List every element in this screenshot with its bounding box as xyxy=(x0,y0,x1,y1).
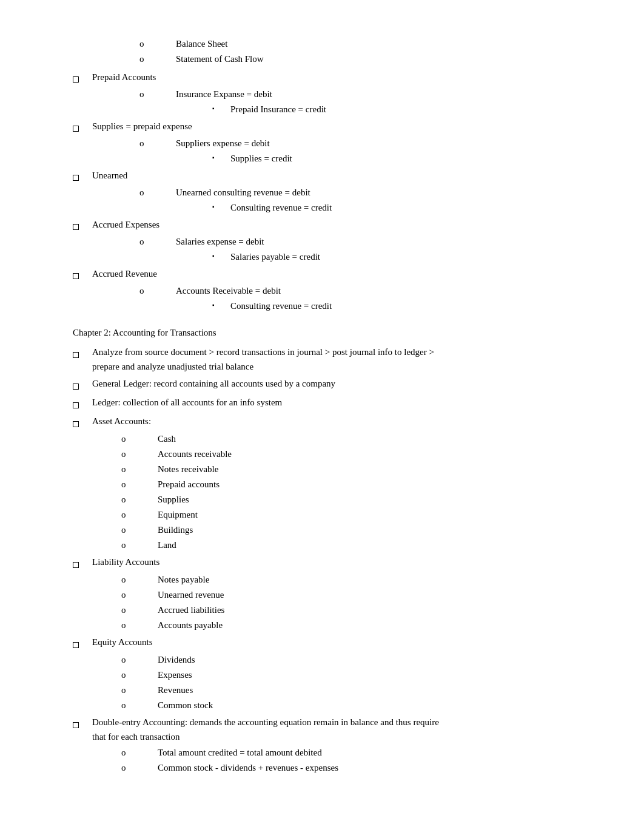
prepaid-accounts-label: Prepaid Accounts xyxy=(92,70,156,84)
asset-accounts-receivable: o Accounts receivable xyxy=(121,447,595,461)
asset-equipment: o Equipment xyxy=(121,507,595,522)
double-entry-text: Double-entry Accounting: demands the acc… xyxy=(92,715,439,744)
asset-accounts-list: o Cash o Accounts receivable o Notes rec… xyxy=(73,431,595,552)
asset-land: o Land xyxy=(121,538,595,552)
liability-accrued: o Accrued liabilities xyxy=(121,603,595,617)
accrued-revenue-label: Accrued Revenue xyxy=(92,266,157,281)
l1-bullet-accrued-rev xyxy=(73,266,92,282)
unearned-consulting-label: Unearned consulting revenue = debit xyxy=(176,185,310,200)
supplies-group: Supplies = prepaid expense o Suppliers e… xyxy=(73,119,595,166)
square-bullet: ▪ xyxy=(212,299,230,310)
salaries-expense-item: o Salaries expense = debit xyxy=(139,234,595,249)
l1-bullet-prepaid xyxy=(73,70,92,86)
liability-accounts-label: Liability Accounts xyxy=(92,555,159,569)
unearned-consulting-item: o Unearned consulting revenue = debit xyxy=(139,185,595,200)
equity-common-stock: o Common stock xyxy=(121,698,595,712)
supplies-credit-label: Supplies = credit xyxy=(230,151,292,166)
l1-bullet-asset xyxy=(73,414,92,430)
general-ledger-text: General Ledger: record containing all ac… xyxy=(92,376,335,391)
prepaid-insurance-item: ▪ Prepaid Insurance = credit xyxy=(212,102,595,117)
supplies-credit-item: ▪ Supplies = credit xyxy=(212,151,595,166)
asset-supplies: o Supplies xyxy=(121,492,595,507)
l1-bullet-accrued-exp xyxy=(73,217,92,233)
asset-notes-receivable: o Notes receivable xyxy=(121,462,595,476)
salaries-payable-label: Salaries payable = credit xyxy=(230,249,320,264)
asset-accounts-group: Asset Accounts: o Cash o Accounts receiv… xyxy=(73,414,595,552)
equity-revenues: o Revenues xyxy=(121,683,595,697)
equity-expenses: o Expenses xyxy=(121,668,595,682)
liability-unearned-revenue: o Unearned revenue xyxy=(121,587,595,602)
l1-bullet-general-ledger xyxy=(73,376,92,393)
double-entry-group: Double-entry Accounting: demands the acc… xyxy=(73,715,595,775)
double-entry-common-stock: o Common stock - dividends + revenues - … xyxy=(121,760,595,775)
consulting-revenue-credit-label: Consulting revenue = credit xyxy=(230,200,332,215)
circle-bullet: o xyxy=(139,185,176,200)
l1-bullet-double-entry xyxy=(73,715,92,731)
equity-accounts-label: Equity Accounts xyxy=(92,635,153,649)
salaries-expense-label: Salaries expense = debit xyxy=(176,234,264,249)
l1-bullet-unearned xyxy=(73,168,92,184)
accounts-receivable-item: o Accounts Receivable = debit xyxy=(139,283,595,298)
statement-cash-flow-label: Statement of Cash Flow xyxy=(176,52,264,66)
balance-sheet-label: Balance Sheet xyxy=(176,36,227,51)
suppliers-expense-item: o Suppliers expense = debit xyxy=(139,136,595,150)
l1-bullet-equity xyxy=(73,635,92,651)
consulting-revenue-credit2-item: ▪ Consulting revenue = credit xyxy=(212,299,595,313)
l1-bullet-liability xyxy=(73,555,92,571)
liability-accounts-payable: o Accounts payable xyxy=(121,618,595,632)
l1-bullet-ledger xyxy=(73,395,92,411)
equity-accounts-list: o Dividends o Expenses o Revenues o Comm… xyxy=(73,652,595,712)
equity-accounts-group: Equity Accounts o Dividends o Expenses o… xyxy=(73,635,595,712)
square-bullet: ▪ xyxy=(212,151,230,163)
consulting-revenue-credit2-label: Consulting revenue = credit xyxy=(230,299,332,313)
circle-bullet: o xyxy=(139,87,176,101)
double-entry-total: o Total amount credited = total amount d… xyxy=(121,745,595,760)
liability-accounts-list: o Notes payable o Unearned revenue o Acc… xyxy=(73,572,595,632)
equity-dividends: o Dividends xyxy=(121,652,595,667)
general-ledger-item: General Ledger: record containing all ac… xyxy=(73,376,595,393)
square-bullet: ▪ xyxy=(212,249,230,261)
circle-bullet: o xyxy=(139,136,176,150)
balance-sheet-item: o Balance Sheet xyxy=(139,36,595,51)
analyze-bullet-item: Analyze from source document > record tr… xyxy=(73,345,595,374)
liability-accounts-group: Liability Accounts o Notes payable o Une… xyxy=(73,555,595,632)
liability-notes-payable: o Notes payable xyxy=(121,572,595,587)
accrued-revenue-group: Accrued Revenue o Accounts Receivable = … xyxy=(73,266,595,313)
asset-buildings: o Buildings xyxy=(121,522,595,537)
insurance-expanse-item: o Insurance Expanse = debit xyxy=(139,87,595,101)
ledger-item: Ledger: collection of all accounts for a… xyxy=(73,395,595,411)
l1-bullet-supplies xyxy=(73,119,92,135)
statement-cash-flow-item: o Statement of Cash Flow xyxy=(139,52,595,66)
chapter2-section: Chapter 2: Accounting for Transactions A… xyxy=(73,325,595,775)
circle-bullet: o xyxy=(139,36,176,51)
double-entry-list: o Total amount credited = total amount d… xyxy=(73,745,595,775)
asset-cash: o Cash xyxy=(121,431,595,446)
prepaid-insurance-label: Prepaid Insurance = credit xyxy=(230,102,326,117)
level2-standalone-group: o Balance Sheet o Statement of Cash Flow xyxy=(139,36,595,66)
l1-bullet-analyze xyxy=(73,345,92,361)
prepaid-accounts-group: Prepaid Accounts o Insurance Expanse = d… xyxy=(73,70,595,117)
salaries-payable-item: ▪ Salaries payable = credit xyxy=(212,249,595,264)
asset-prepaid-accounts: o Prepaid accounts xyxy=(121,477,595,492)
circle-bullet: o xyxy=(139,52,176,66)
circle-bullet: o xyxy=(139,234,176,249)
asset-accounts-label: Asset Accounts: xyxy=(92,414,151,428)
accounts-receivable-label: Accounts Receivable = debit xyxy=(176,283,281,298)
circle-bullet: o xyxy=(139,283,176,298)
pre-chapter-section: o Balance Sheet o Statement of Cash Flow… xyxy=(73,36,595,313)
unearned-group: Unearned o Unearned consulting revenue =… xyxy=(73,168,595,215)
analyze-text: Analyze from source document > record tr… xyxy=(92,345,434,374)
square-bullet: ▪ xyxy=(212,200,230,212)
suppliers-expense-label: Suppliers expense = debit xyxy=(176,136,270,150)
ledger-text: Ledger: collection of all accounts for a… xyxy=(92,395,282,410)
accrued-expenses-group: Accrued Expenses o Salaries expense = de… xyxy=(73,217,595,264)
unearned-label: Unearned xyxy=(92,168,127,183)
insurance-expanse-label: Insurance Expanse = debit xyxy=(176,87,272,101)
square-bullet: ▪ xyxy=(212,102,230,113)
supplies-label: Supplies = prepaid expense xyxy=(92,119,192,134)
accrued-expenses-label: Accrued Expenses xyxy=(92,217,159,232)
chapter2-heading: Chapter 2: Accounting for Transactions xyxy=(73,325,595,340)
consulting-revenue-credit-item: ▪ Consulting revenue = credit xyxy=(212,200,595,215)
